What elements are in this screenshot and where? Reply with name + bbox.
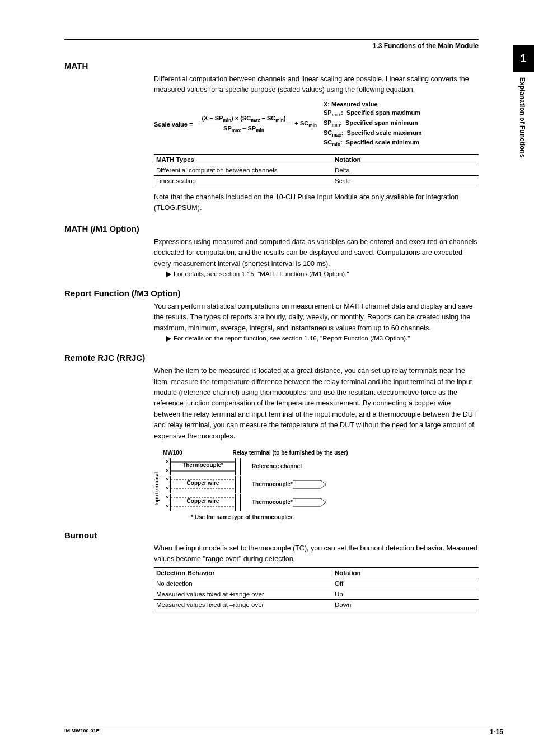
burnout-body: When the input mode is set to thermocoup… [154, 543, 479, 565]
th-math-types: MATH Types [154, 155, 332, 165]
math-note: Note that the channels included on the 1… [154, 192, 479, 214]
m1-body: Expressions using measured and computed … [154, 237, 479, 269]
dia-refch-label: Reference channel [252, 463, 302, 469]
footer-page-num: 1-15 [490, 728, 503, 736]
th-detection: Detection Behavior [154, 567, 332, 578]
th-notation: Notation [332, 155, 479, 165]
heading-m3: Report Function (/M3 Option) [64, 288, 479, 298]
m1-ref: For details, see section 1.15, "MATH Fun… [166, 269, 479, 278]
math-intro: Differential computation between channel… [154, 74, 479, 96]
table-row: No detectionOff [154, 578, 479, 589]
tc-probe-icon [293, 496, 329, 508]
burnout-table: Detection BehaviorNotation No detectionO… [154, 567, 479, 610]
chapter-label: Explanation of Functions [513, 72, 526, 157]
rrjc-diagram: Input terminal MW100 Relay terminal (to … [154, 450, 479, 520]
eq-lhs: Scale value = [154, 121, 193, 128]
page-footer: IM MW100-01E 1-15 [64, 726, 503, 736]
chapter-number: 1 [513, 45, 534, 72]
chapter-tab: 1 Explanation of Functions [513, 45, 534, 157]
arrow-icon [166, 336, 171, 342]
eq-legend: X: Measured value SPmax: Specified span … [324, 100, 421, 148]
dia-tc-label: Thermocouple* [171, 462, 235, 468]
table-row: Differential computation between channel… [154, 165, 479, 176]
table-row: Measured values fixed at –range overDown [154, 599, 479, 610]
footer-doc-id: IM MW100-01E [64, 728, 100, 736]
dia-footnote: * Use the same type of thermocouples. [191, 514, 479, 520]
heading-burnout: Burnout [64, 530, 479, 540]
input-terminal-label: Input terminal [154, 472, 160, 506]
running-header: 1.3 Functions of the Main Module [64, 42, 479, 50]
table-row: Linear scalingScale [154, 176, 479, 186]
tc-probe-icon [293, 478, 329, 491]
rrjc-body: When the item to be measured is located … [154, 366, 479, 442]
dia-cw-label: Copper wire [171, 480, 235, 486]
heading-m1: MATH (/M1 Option) [64, 224, 479, 234]
dia-tc-label: Thermocouple* [252, 481, 293, 487]
m3-body: You can perform statistical computations… [154, 301, 479, 334]
dia-cw-label: Copper wire [171, 498, 235, 504]
dia-relay-label: Relay terminal (to be furnished by the u… [232, 450, 348, 456]
th-notation: Notation [332, 567, 479, 578]
arrow-icon [166, 272, 171, 277]
heading-math: MATH [64, 61, 479, 71]
scale-equation: Scale value = (X – SPmin) × (SCmax – SCm… [154, 100, 479, 148]
dia-tc-label: Thermocouple* [252, 499, 293, 505]
math-types-table: MATH TypesNotation Differential computat… [154, 154, 479, 186]
m3-ref: For details on the report function, see … [166, 334, 479, 343]
table-row: Measured values fixed at +range overUp [154, 589, 479, 599]
dia-mw-label: MW100 [163, 450, 182, 456]
heading-rrjc: Remote RJC (RRJC) [64, 353, 479, 362]
legend-x: X: Measured value [324, 100, 421, 109]
